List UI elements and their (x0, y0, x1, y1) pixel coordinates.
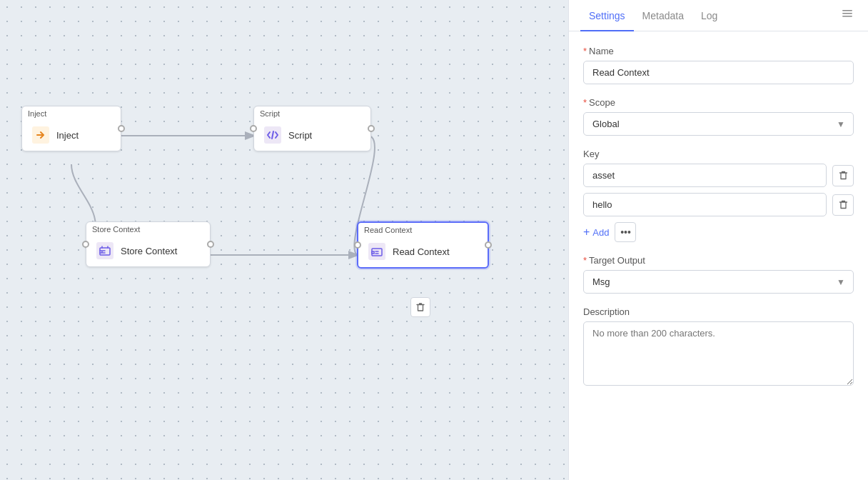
key-input-0[interactable] (583, 164, 827, 187)
add-plus-icon: + (583, 226, 590, 239)
key-row-0 (583, 164, 854, 187)
script-icon (263, 125, 283, 145)
script-node-label: Script (288, 130, 312, 141)
inject-node-label: Inject (56, 130, 79, 141)
scope-select-wrap: Global Flow Node ▼ (583, 112, 854, 136)
inject-node-header: Inject (22, 106, 121, 119)
description-textarea[interactable] (583, 321, 854, 386)
script-node-header: Script (254, 106, 370, 119)
target-output-select-wrap: Msg Flow Global ▼ (583, 270, 854, 294)
more-options-button[interactable]: ••• (615, 222, 636, 242)
tab-log[interactable]: Log (692, 0, 726, 31)
target-output-label: * Target Output (583, 255, 854, 266)
scope-group: * Scope Global Flow Node ▼ (583, 97, 854, 136)
tab-settings[interactable]: Settings (580, 0, 634, 31)
right-panel: Settings Metadata Log * Name * Scope (568, 0, 868, 480)
name-group: * Name (583, 46, 854, 84)
read-context-node-header: Read Context (358, 223, 488, 236)
description-group: Description (583, 306, 854, 389)
key-row-1 (583, 193, 854, 216)
add-key-button[interactable]: + Add (583, 223, 609, 241)
svg-rect-7 (842, 13, 852, 14)
settings-form: * Name * Scope Global Flow Node ▼ (569, 31, 868, 480)
more-icon: ••• (620, 226, 631, 238)
store-context-port-right (207, 241, 214, 248)
key-group: Key + (583, 149, 854, 242)
key-input-1[interactable] (583, 193, 827, 216)
inject-node[interactable]: Inject Inject (21, 106, 121, 151)
store-context-port-left (82, 241, 89, 248)
read-context-icon (367, 241, 387, 261)
name-required-star: * (583, 46, 587, 56)
svg-rect-6 (842, 10, 852, 11)
name-input[interactable] (583, 61, 854, 84)
add-key-row: + Add ••• (583, 222, 854, 242)
read-context-port-right (485, 241, 492, 249)
menu-icon[interactable] (838, 4, 857, 26)
name-label: * Name (583, 46, 854, 56)
script-port-left (250, 125, 257, 132)
read-context-node[interactable]: Read Context Read Context (357, 221, 489, 269)
read-context-port-left (354, 241, 361, 249)
scope-required-star: * (583, 97, 587, 108)
tab-metadata[interactable]: Metadata (634, 0, 692, 31)
svg-rect-8 (842, 16, 852, 17)
script-port-right (368, 125, 375, 132)
delete-key-0-button[interactable] (832, 165, 854, 186)
target-required-star: * (583, 255, 587, 266)
store-context-icon (95, 241, 115, 261)
description-label: Description (583, 306, 854, 317)
scope-label: * Scope (583, 97, 854, 108)
store-context-node-label: Store Context (121, 246, 178, 256)
inject-icon (31, 125, 51, 145)
canvas[interactable]: Inject Inject Script Script (0, 0, 568, 480)
read-context-node-label: Read Context (393, 246, 450, 257)
delete-read-context-button[interactable] (410, 297, 430, 317)
target-output-group: * Target Output Msg Flow Global ▼ (583, 255, 854, 294)
key-label: Key (583, 149, 854, 159)
inject-port-right (118, 125, 125, 132)
store-context-node-header: Store Context (86, 222, 210, 235)
scope-select[interactable]: Global Flow Node (583, 112, 854, 136)
script-node[interactable]: Script Script (253, 106, 371, 151)
store-context-node[interactable]: Store Context Store Context (86, 221, 211, 267)
target-output-select[interactable]: Msg Flow Global (583, 270, 854, 294)
delete-key-1-button[interactable] (832, 194, 854, 216)
tabs-header: Settings Metadata Log (569, 0, 868, 31)
